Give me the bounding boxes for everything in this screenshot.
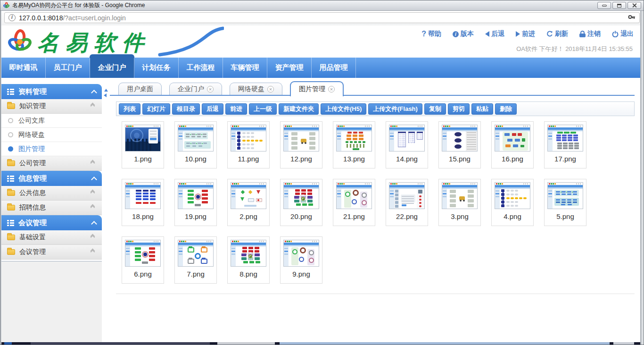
file-card-6.png[interactable]: 6.png [122, 236, 164, 284]
header-link-5[interactable]: 刷新 [546, 30, 568, 38]
file-card-3.png[interactable]: 3.png [438, 179, 481, 226]
minimize-button[interactable] [597, 2, 611, 9]
url-input[interactable]: i 127.0.0.1:8018 /?act=userLogin.login [4, 12, 640, 23]
sidebar-item-2[interactable]: 知识管理 [1, 99, 102, 114]
maximize-button[interactable] [612, 2, 626, 9]
double-chevron-up-icon[interactable] [91, 235, 96, 240]
toolbar-button-13[interactable]: 删除 [495, 103, 517, 115]
sidebar-folder-label: 会议管理 [19, 248, 46, 256]
file-card-20.png[interactable]: 20.png [280, 179, 322, 226]
double-chevron-up-icon[interactable] [91, 160, 96, 166]
close-button[interactable] [627, 2, 641, 9]
file-card-13.png[interactable]: 13.png [333, 121, 375, 168]
nav-item-8[interactable]: 用品管理 [312, 58, 356, 78]
sidebar-item-3[interactable]: 公司文库 [1, 114, 102, 128]
toolbar-button-4[interactable]: 后退 [202, 103, 223, 115]
sidebar-item-10[interactable]: 会议管理 [1, 215, 102, 230]
collapse-sidebar-icon[interactable] [104, 93, 107, 97]
toolbar-button-1[interactable]: 列表 [119, 103, 140, 115]
sidebar-item-4[interactable]: 网络硬盘 [1, 128, 102, 142]
nav-item-4[interactable]: 计划任务 [134, 58, 179, 78]
file-name: 22.png [386, 212, 428, 220]
sidebar-item-7[interactable]: 信息管理 [1, 171, 102, 186]
nav-item-6[interactable]: 车辆管理 [223, 58, 267, 78]
header-link-6[interactable]: 注销 [579, 30, 601, 38]
radio-icon [8, 118, 13, 123]
tab-close-icon[interactable]: × [267, 86, 274, 93]
file-thumbnail [178, 240, 214, 267]
file-card-22.png[interactable]: 22.png [386, 179, 428, 226]
folder-icon [7, 160, 15, 166]
toolbar-button-9[interactable]: 上传文件(Flash) [368, 103, 422, 115]
file-name: 13.png [333, 155, 375, 163]
double-chevron-up-icon[interactable] [91, 190, 96, 196]
file-card-7.png[interactable]: 7.png [174, 236, 217, 284]
header-link-3[interactable]: 后退 [485, 30, 504, 38]
file-card-17.png[interactable]: 17.png [544, 121, 586, 168]
toolbar-button-6[interactable]: 上一级 [249, 103, 277, 115]
file-card-1.png[interactable]: 1.png [122, 121, 164, 168]
toolbar-button-8[interactable]: 上传文件(H5) [321, 103, 366, 115]
file-card-14.png[interactable]: 14.png [386, 121, 428, 168]
header-link-2[interactable]: i 版本 [453, 30, 474, 38]
toolbar-button-12[interactable]: 粘贴 [471, 103, 493, 115]
nav-item-3[interactable]: 企业门户 [90, 58, 134, 78]
header-link-4[interactable]: 前进 [516, 30, 535, 38]
file-card-16.png[interactable]: 16.png [491, 121, 534, 168]
tab-3[interactable]: 网络硬盘 × [230, 83, 282, 95]
sidebar-item-6[interactable]: 公司管理 [1, 156, 102, 171]
file-card-21.png[interactable]: 21.png [333, 179, 375, 226]
file-card-19.png[interactable]: 19.png [174, 179, 217, 226]
window-titlebar[interactable]: 名易MyOA协同办公平台 for 体验版 - Google Chrome [0, 0, 644, 11]
file-card-8.png[interactable]: 8.png [227, 236, 270, 284]
toolbar-button-2[interactable]: 幻灯片 [142, 103, 170, 115]
toolbar-button-11[interactable]: 剪切 [448, 103, 470, 115]
file-card-5.png[interactable]: 5.png [544, 179, 586, 226]
toolbar-button-3[interactable]: 根目录 [172, 103, 200, 115]
taskbar-segment [613, 342, 634, 345]
tab-2[interactable]: 企业门户 × [169, 83, 222, 95]
header-link-1[interactable]: ? 帮助 [421, 30, 441, 38]
tab-4[interactable]: 图片管理 × [290, 81, 344, 96]
file-card-18.png[interactable]: 18.png [122, 179, 164, 226]
file-card-15.png[interactable]: 15.png [438, 121, 481, 168]
header-link-label: 版本 [461, 30, 474, 38]
double-chevron-up-icon[interactable] [91, 249, 96, 255]
file-card-2.png[interactable]: 2.png [227, 179, 270, 226]
header-link-7[interactable]: 退出 [612, 30, 634, 38]
nav-item-2[interactable]: 员工门户 [46, 58, 90, 78]
nav-item-1[interactable]: 即时通讯 [1, 58, 46, 78]
chevron-up-icon[interactable] [91, 221, 97, 227]
toolbar-button-10[interactable]: 复制 [424, 103, 446, 115]
file-card-10.png[interactable]: 10.png [174, 121, 217, 168]
windows-taskbar[interactable] [1, 342, 640, 345]
double-chevron-up-icon[interactable] [91, 205, 96, 210]
file-card-11.png[interactable]: 11.png [227, 121, 270, 168]
chevron-up-icon[interactable] [91, 177, 97, 183]
file-card-9.png[interactable]: 9.png [280, 236, 322, 284]
tab-label: 图片管理 [299, 85, 325, 93]
double-chevron-up-icon[interactable] [91, 103, 96, 109]
file-name: 9.png [281, 270, 322, 278]
page-info-icon[interactable]: i [8, 14, 16, 21]
file-card-4.png[interactable]: 4.png [491, 179, 534, 226]
tab-1[interactable]: 用户桌面 [118, 83, 162, 95]
sidebar-item-9[interactable]: 招聘信息 [1, 201, 102, 215]
toolbar-button-7[interactable]: 新建文件夹 [279, 103, 319, 115]
password-key-icon[interactable] [628, 14, 636, 22]
tab-close-icon[interactable]: × [207, 86, 214, 93]
sidebar-item-12[interactable]: 会议管理 [1, 245, 102, 260]
scroll-up-icon[interactable] [104, 89, 108, 92]
sidebar-item-1[interactable]: 资料管理 [1, 84, 102, 99]
toolbar-button-5[interactable]: 前进 [225, 103, 247, 115]
file-card-12.png[interactable]: 12.png [280, 121, 322, 168]
chevron-up-icon[interactable] [91, 90, 97, 96]
sidebar-item-5[interactable]: 图片管理 [1, 142, 102, 156]
tab-close-icon[interactable]: × [328, 86, 335, 93]
sidebar-item-8[interactable]: 公共信息 [1, 186, 102, 201]
sidebar-item-11[interactable]: 基础设置 [1, 230, 102, 245]
nav-item-5[interactable]: 工作流程 [179, 58, 223, 78]
header-link-label: 退出 [620, 30, 634, 38]
nav-item-7[interactable]: 资产管理 [267, 58, 312, 78]
nav-item-label: 工作流程 [187, 63, 215, 72]
